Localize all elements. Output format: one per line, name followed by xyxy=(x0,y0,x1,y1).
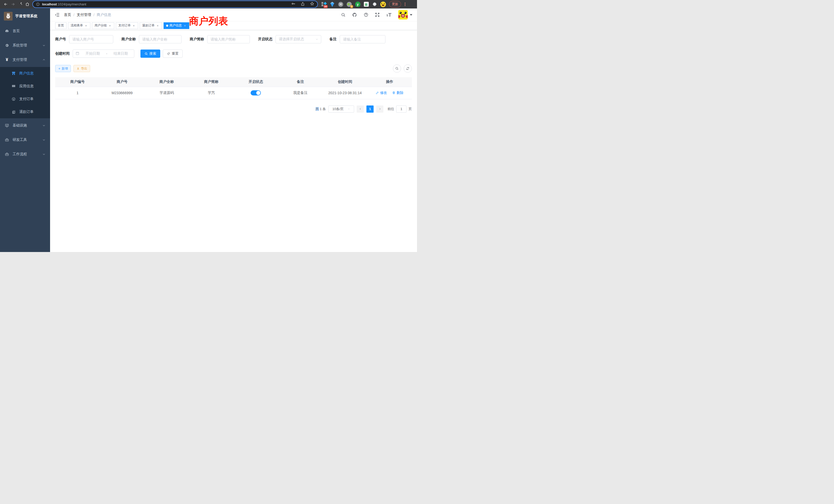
next-page-button[interactable] xyxy=(376,106,383,113)
user-menu[interactable] xyxy=(398,10,412,20)
delete-link[interactable]: 删除 xyxy=(392,91,403,95)
tab-user-group[interactable]: 用户分组× xyxy=(92,22,114,29)
reset-button[interactable]: 重置 xyxy=(163,49,182,58)
goto-page-input[interactable] xyxy=(396,106,407,113)
page-1-button[interactable]: 1 xyxy=(367,106,374,113)
end-date-placeholder: 结束日期 xyxy=(110,51,131,56)
grid-icon xyxy=(11,84,16,88)
browser-toolbar: localhost:1024/pay/merchant 10 ⌘ xyxy=(0,0,417,8)
prev-page-button[interactable] xyxy=(357,106,364,113)
font-size-icon[interactable] xyxy=(386,13,392,17)
sidebar-item-merchant-info[interactable]: 商户信息 xyxy=(0,67,50,80)
remark-input[interactable] xyxy=(340,35,386,43)
tab-process-form[interactable]: 流程表单× xyxy=(68,22,90,29)
github-icon[interactable] xyxy=(352,12,357,18)
merchant-no-input[interactable] xyxy=(69,35,113,43)
extension-command-icon[interactable]: ⌘ xyxy=(338,2,344,7)
edit-link[interactable]: 修改 xyxy=(376,91,387,95)
sidebar-collapse-icon[interactable] xyxy=(55,12,60,18)
tab-refund-order[interactable]: 退款订单× xyxy=(140,22,162,29)
create-time-range-picker[interactable]: 开始日期 - 结束日期 xyxy=(73,49,134,58)
cell-create-time: 2021-10-23 08:31:14 xyxy=(323,87,368,99)
col-short-name: 商户简称 xyxy=(189,77,234,87)
briefcase-icon xyxy=(5,152,9,156)
extension-sheet-icon[interactable]: ▦ xyxy=(363,2,369,7)
dashboard-icon xyxy=(5,29,9,33)
merchant-list-page: 商户号 商户全称 商户简称 开启状态 请选择开启状态 xyxy=(50,30,417,252)
extension-gem-icon[interactable] xyxy=(329,2,335,7)
short-name-label: 商户简称 xyxy=(190,37,204,42)
app-title: 芋道管理系统 xyxy=(15,14,38,19)
full-name-input[interactable] xyxy=(139,35,181,43)
home-icon[interactable] xyxy=(24,1,31,8)
extensions-puzzle-icon[interactable] xyxy=(372,2,377,7)
tab-pay-order[interactable]: 支付订单× xyxy=(116,22,138,29)
close-icon[interactable]: × xyxy=(108,24,112,27)
page-info-icon[interactable] xyxy=(36,2,40,6)
sidebar-item-pay[interactable]: ¥ 支付管理 xyxy=(0,53,50,67)
add-button[interactable]: + 新增 xyxy=(55,65,71,72)
sidebar-item-infra[interactable]: 基础设施 xyxy=(0,118,50,133)
sidebar-item-system[interactable]: 系统管理 xyxy=(0,38,50,53)
logo-image xyxy=(4,12,13,21)
sidebar-item-refund-order[interactable]: 退款订单 xyxy=(0,106,50,118)
chevron-down-icon xyxy=(42,124,45,127)
extension-badge: 1 xyxy=(350,5,353,8)
reload-icon[interactable] xyxy=(17,1,24,8)
sidebar-item-home[interactable]: 首页 xyxy=(0,24,50,38)
extension-camera-icon[interactable]: 1 xyxy=(346,2,352,7)
sidebar-item-workflow[interactable]: 工作流程 xyxy=(0,147,50,161)
extension-grid-icon[interactable]: 10 xyxy=(321,2,327,7)
status-select[interactable]: 请选择开启状态 xyxy=(276,35,321,43)
toolbox-icon xyxy=(5,138,9,142)
goto-label: 前往 xyxy=(388,107,394,111)
back-icon[interactable] xyxy=(2,1,9,8)
col-actions: 操作 xyxy=(367,77,412,87)
bookmark-star-icon[interactable] xyxy=(310,2,314,7)
short-name-input[interactable] xyxy=(207,35,250,43)
close-icon[interactable]: × xyxy=(156,24,159,27)
help-icon[interactable] xyxy=(364,12,369,17)
export-button[interactable]: 导出 xyxy=(73,65,90,72)
cell-merchant-id: 1 xyxy=(55,87,100,99)
header-search-icon[interactable] xyxy=(341,13,346,17)
sidebar-item-label: 系统管理 xyxy=(13,43,27,48)
sidebar-item-label: 支付管理 xyxy=(13,58,27,62)
merchant-no-label: 商户号 xyxy=(55,37,66,42)
close-icon[interactable]: × xyxy=(84,24,88,27)
page-size-select[interactable]: 10条/页 xyxy=(328,106,354,113)
col-create-time: 创建时间 xyxy=(323,77,368,87)
tab-merchant-info[interactable]: 商户信息× xyxy=(163,22,189,29)
tab-home[interactable]: 首页 xyxy=(55,22,66,29)
extension-emoji-icon[interactable] xyxy=(380,2,386,7)
sidebar-item-label: 退款订单 xyxy=(19,110,34,114)
url-bar[interactable]: localhost:1024/pay/merchant xyxy=(33,1,317,7)
password-key-icon[interactable] xyxy=(291,2,295,7)
breadcrumb-home[interactable]: 首页 xyxy=(64,13,71,17)
trash-icon xyxy=(392,91,395,94)
col-merchant-id: 商户编号 xyxy=(55,77,100,87)
breadcrumb: 首页 / 支付管理 / 商户信息 xyxy=(64,13,111,17)
sidebar-item-pay-order[interactable]: 支付订单 xyxy=(0,93,50,106)
create-time-label: 创建时间 xyxy=(55,51,70,56)
refresh-button[interactable] xyxy=(404,64,412,73)
download-icon xyxy=(76,67,80,70)
toggle-search-button[interactable] xyxy=(393,64,401,73)
breadcrumb-current: 商户信息 xyxy=(97,13,111,17)
sidebar-item-app-info[interactable]: 应用信息 xyxy=(0,80,50,93)
extension-y-icon[interactable]: y xyxy=(355,2,360,7)
chrome-update-button[interactable]: 更新 xyxy=(389,1,401,7)
fullscreen-icon[interactable] xyxy=(375,12,380,17)
browser-menu-icon[interactable] xyxy=(403,3,407,6)
close-icon[interactable]: × xyxy=(132,24,136,27)
share-icon[interactable] xyxy=(301,2,305,7)
sidebar-item-label: 应用信息 xyxy=(19,84,34,89)
status-toggle-on[interactable] xyxy=(250,90,261,95)
forward-icon[interactable] xyxy=(9,1,17,8)
caret-down-icon xyxy=(410,14,412,16)
breadcrumb-pay[interactable]: 支付管理 xyxy=(77,13,91,17)
close-icon[interactable]: × xyxy=(183,24,187,27)
sidebar-item-dev-tools[interactable]: 研发工具 xyxy=(0,133,50,147)
search-button[interactable]: 搜索 xyxy=(140,49,160,58)
table-toolbar: + 新增 导出 xyxy=(55,64,412,73)
